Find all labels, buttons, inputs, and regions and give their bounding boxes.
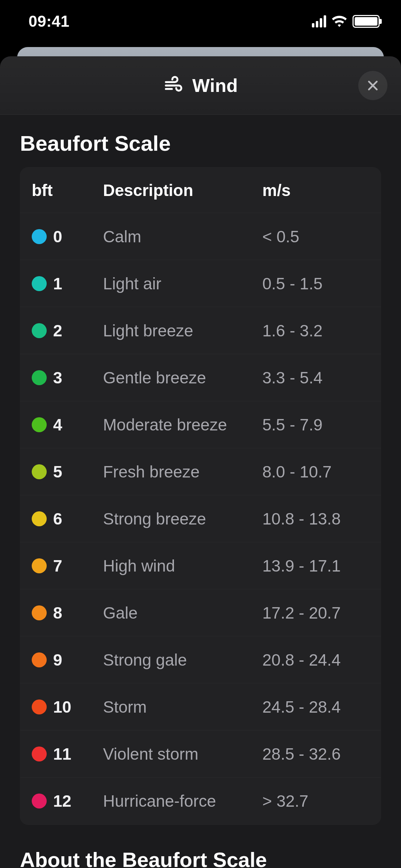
- cell-ms: < 0.5: [262, 227, 369, 246]
- bft-number: 0: [53, 227, 62, 246]
- bft-number: 1: [53, 274, 62, 293]
- bft-number: 3: [53, 368, 62, 387]
- header-ms: m/s: [262, 181, 369, 200]
- cell-bft: 12: [32, 791, 103, 811]
- bft-number: 4: [53, 415, 62, 434]
- cell-ms: 28.5 - 32.6: [262, 744, 369, 764]
- cell-bft: 5: [32, 462, 103, 481]
- bft-number: 2: [53, 321, 62, 340]
- table-row: 0Calm< 0.5: [20, 213, 381, 260]
- table-row: 3Gentle breeze3.3 - 5.4: [20, 354, 381, 401]
- about-heading-underlined: Beaufort Scale: [122, 848, 267, 868]
- battery-icon: [353, 15, 380, 28]
- cell-ms: 3.3 - 5.4: [262, 368, 369, 387]
- cell-bft: 10: [32, 697, 103, 717]
- header-bft: bft: [32, 181, 103, 200]
- cell-ms: 10.8 - 13.8: [262, 509, 369, 528]
- scale-dot-icon: [32, 699, 47, 714]
- cell-bft: 9: [32, 650, 103, 670]
- cell-ms: 0.5 - 1.5: [262, 274, 369, 293]
- wind-icon: [163, 75, 184, 96]
- cell-description: Gale: [103, 603, 262, 622]
- wind-sheet: Wind Beaufort Scale bft Description m/s …: [0, 56, 401, 868]
- table-row: 6Strong breeze10.8 - 13.8: [20, 495, 381, 542]
- sheet-title-wrap: Wind: [163, 75, 238, 96]
- scale-dot-icon: [32, 652, 47, 667]
- cell-ms: 17.2 - 20.7: [262, 603, 369, 622]
- scale-dot-icon: [32, 276, 47, 291]
- about-heading-prefix: About the: [20, 848, 122, 868]
- scale-dot-icon: [32, 794, 47, 808]
- bft-number: 7: [53, 556, 62, 575]
- cell-description: Light breeze: [103, 321, 262, 340]
- cell-bft: 8: [32, 603, 103, 622]
- wifi-icon: [331, 15, 348, 27]
- cell-bft: 6: [32, 509, 103, 528]
- scale-dot-icon: [32, 370, 47, 385]
- cell-ms: 20.8 - 24.4: [262, 650, 369, 670]
- header-description: Description: [103, 181, 262, 200]
- close-button[interactable]: [358, 71, 387, 100]
- status-time: 09:41: [29, 12, 70, 30]
- bft-number: 5: [53, 462, 62, 481]
- sheet-header: Wind: [0, 56, 401, 115]
- cell-bft: 11: [32, 744, 103, 764]
- cell-description: Gentle breeze: [103, 368, 262, 387]
- bft-number: 11: [53, 744, 71, 764]
- cell-bft: 3: [32, 368, 103, 387]
- table-row: 7High wind13.9 - 17.1: [20, 542, 381, 589]
- cell-description: Moderate breeze: [103, 415, 262, 434]
- bft-number: 10: [53, 697, 71, 717]
- table-row: 10Storm24.5 - 28.4: [20, 683, 381, 730]
- bft-number: 12: [53, 791, 71, 811]
- table-row: 9Strong gale20.8 - 24.4: [20, 636, 381, 683]
- cell-description: High wind: [103, 556, 262, 575]
- section-title: Beaufort Scale: [20, 131, 381, 156]
- scale-dot-icon: [32, 464, 47, 479]
- cellular-icon: [312, 15, 326, 27]
- about-heading: About the Beaufort Scale: [20, 848, 381, 868]
- cell-ms: 5.5 - 7.9: [262, 415, 369, 434]
- cell-description: Strong breeze: [103, 509, 262, 528]
- cell-ms: > 32.7: [262, 791, 369, 811]
- cell-ms: 24.5 - 28.4: [262, 697, 369, 717]
- table-row: 12Hurricane-force> 32.7: [20, 777, 381, 825]
- cell-bft: 1: [32, 274, 103, 293]
- sheet-body[interactable]: Beaufort Scale bft Description m/s 0Calm…: [0, 115, 401, 868]
- table-row: 11Violent storm28.5 - 32.6: [20, 730, 381, 777]
- beaufort-table: bft Description m/s 0Calm< 0.51Light air…: [20, 167, 381, 825]
- bft-number: 6: [53, 509, 62, 528]
- table-row: 5Fresh breeze8.0 - 10.7: [20, 448, 381, 495]
- table-row: 4Moderate breeze5.5 - 7.9: [20, 401, 381, 448]
- scale-dot-icon: [32, 558, 47, 573]
- cell-description: Fresh breeze: [103, 462, 262, 481]
- scale-dot-icon: [32, 605, 47, 620]
- table-row: 1Light air0.5 - 1.5: [20, 260, 381, 307]
- cell-bft: 7: [32, 556, 103, 575]
- table-row: 8Gale17.2 - 20.7: [20, 589, 381, 636]
- scale-dot-icon: [32, 746, 47, 761]
- bft-number: 8: [53, 603, 62, 622]
- scale-dot-icon: [32, 511, 47, 526]
- cell-ms: 13.9 - 17.1: [262, 556, 369, 575]
- cell-bft: 2: [32, 321, 103, 340]
- cell-description: Violent storm: [103, 744, 262, 764]
- cell-ms: 8.0 - 10.7: [262, 462, 369, 481]
- cell-description: Calm: [103, 227, 262, 246]
- cell-bft: 4: [32, 415, 103, 434]
- cell-description: Hurricane-force: [103, 791, 262, 811]
- scale-dot-icon: [32, 229, 47, 244]
- scale-dot-icon: [32, 417, 47, 432]
- cell-ms: 1.6 - 3.2: [262, 321, 369, 340]
- cell-description: Strong gale: [103, 650, 262, 670]
- table-row: 2Light breeze1.6 - 3.2: [20, 307, 381, 354]
- sheet-title: Wind: [192, 75, 238, 96]
- cell-bft: 0: [32, 227, 103, 246]
- table-header-row: bft Description m/s: [20, 167, 381, 213]
- cell-description: Light air: [103, 274, 262, 293]
- status-bar: 09:41: [0, 0, 401, 43]
- bft-number: 9: [53, 650, 62, 670]
- cell-description: Storm: [103, 697, 262, 717]
- scale-dot-icon: [32, 323, 47, 338]
- status-icons: [312, 15, 380, 28]
